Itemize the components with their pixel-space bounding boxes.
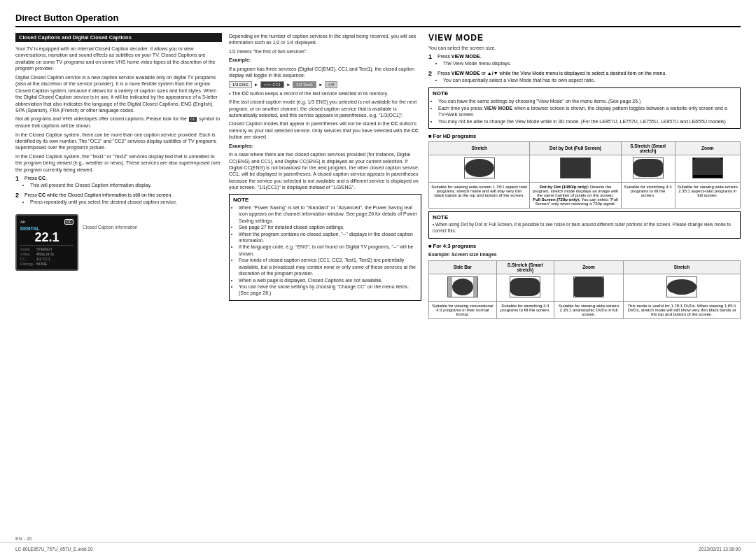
footer-date: 2013/02/21 13:36:00 <box>699 547 741 552</box>
vm-step-1-content: Press VIEW MODE. The View Mode menu disp… <box>438 53 511 68</box>
four3-section-title: ■ For 4:3 programs <box>428 243 741 249</box>
step-2-content: Press CC while the Closed Caption inform… <box>24 192 177 206</box>
mid-note-item-5: Four kinds of closed caption service (CC… <box>239 257 417 276</box>
seq-seg-3: 3/3 Text1 <box>293 81 316 88</box>
vm-note2-title: NOTE <box>433 214 736 220</box>
four3-example-title: Example: Screen size images <box>428 251 741 258</box>
mid-note-item-6: When a web page is displayed, Closed Cap… <box>239 277 417 283</box>
four3-stretch-desc: This mode is useful for 1.78:1 DVDs. Whe… <box>623 301 740 318</box>
hd-section-title: ■ For HD programs <box>428 133 741 139</box>
examples-title: Examples: <box>229 143 421 149</box>
hd-programs-table: Stretch Dot by Dot (Full Screen) S.Stret… <box>428 141 741 209</box>
hd-col-zoom: Zoom <box>675 141 740 155</box>
four3-sidebar-desc: Suitable for viewing conventional 4:3 pr… <box>429 301 497 318</box>
hd-descriptions-row: Suitable for viewing wide-screen 1.78:1 … <box>429 182 741 208</box>
cc-section-title: Closed Captions and Digital Closed Capti… <box>15 33 222 42</box>
vm-note-box: NOTE You can have the same settings by c… <box>428 87 741 129</box>
tv-ratings-val: NONE <box>36 262 54 266</box>
four3-stretch-preview <box>666 276 697 297</box>
cc-para-2: Digital Closed Caption service is a new … <box>15 74 222 114</box>
example-label: Example: <box>229 57 421 63</box>
main-content: Closed Captions and Digital Closed Capti… <box>15 33 741 528</box>
mid-note-item-4: If the language code, e.g. "ENG", is not… <box>239 244 417 257</box>
hd-zoom-preview <box>692 157 723 178</box>
four3-programs-table: Side Bar S.Stretch (Smart stretch) Zoom … <box>428 260 741 319</box>
mid-note-item-1: When "Power Saving" is set to "Standard"… <box>239 204 417 224</box>
four3-col-zoom: Zoom <box>554 260 623 274</box>
step-2-bullet: Press repeatedly until you select the de… <box>30 199 177 205</box>
vm-step-2-content: Press VIEW MODE or ▲/▼ while the View Mo… <box>438 70 666 85</box>
four3-zoom-preview <box>573 276 604 297</box>
mid-note-item-2: See page 27 for detailed closed caption … <box>239 224 417 230</box>
tv-audio-label: Audio <box>20 247 34 251</box>
tv-cc-icon: CC <box>64 219 74 225</box>
hd-sstretch-desc: Suitable for stretching 4:3 programs to … <box>621 182 675 208</box>
cc-para-4: In the Closed Caption system, there can … <box>15 132 222 151</box>
tv-cc-val: 1/2 CC1 <box>36 257 54 261</box>
seq-arrow-1: ► <box>254 83 258 87</box>
four3-zoom-desc: Suitable for viewing wide-screen 2.35:1 … <box>554 301 623 318</box>
four3-col-sstretch: S.Stretch (Smart stretch) <box>496 260 554 274</box>
hd-zoom-desc: Suitable for viewing wide-screen 2.35:1 … <box>675 182 740 208</box>
vm-note-title: NOTE <box>433 90 736 97</box>
mid-para-1: Depending on the number of caption servi… <box>229 33 421 46</box>
four3-sidebar-preview <box>447 276 478 297</box>
mid-note-item-3: When the program contains no closed capt… <box>239 231 417 244</box>
seq-arrow-3: ► <box>318 83 323 87</box>
hd-dotbydot-desc: Dot by Dot (1080/p only): Detects the pr… <box>530 182 621 208</box>
hd-programs-section: ■ For HD programs Stretch Dot by Dot (Fu… <box>428 133 741 209</box>
mid-para-3: • The CC button keeps a record of the la… <box>229 90 421 97</box>
footer-file-info: LC-80LE857U_757U_657U_E.indd 20 <box>15 547 93 552</box>
view-mode-title: VIEW MODE <box>428 33 741 43</box>
tv-video-val: 480p (4:3) <box>36 252 54 256</box>
mid-para-2: 1/2 means "the first of two services". <box>229 48 421 55</box>
seq-seg-1: 1/3 ENG <box>229 81 252 88</box>
seq-seg-4: Off <box>325 81 337 88</box>
seq-seg-2: >>> CC1 <box>260 81 284 88</box>
page-title: Direct Button Operation <box>15 13 741 23</box>
example-para: If a program has three services (Digital… <box>229 66 421 79</box>
hd-screen-previews-row <box>429 155 741 182</box>
hd-smart-preview <box>633 157 664 178</box>
hd-stretch-desc: Suitable for viewing wide-screen 1.78:1 … <box>429 182 530 208</box>
vm-step-1-bullet: The View Mode menu displays. <box>443 60 511 66</box>
four3-screen-previews-row <box>429 274 741 301</box>
hd-stretch-preview <box>464 157 495 178</box>
tv-ratings-label: Ratings <box>20 262 34 266</box>
tv-cc-label: CC <box>20 257 34 261</box>
step-1-bullet: This will present the Closed Caption inf… <box>30 182 151 188</box>
mid-column: Depending on the number of caption servi… <box>229 33 421 528</box>
vm-note-list: You can have the same settings by choosi… <box>433 98 736 125</box>
left-column: Closed Captions and Digital Closed Capti… <box>15 33 222 528</box>
tv-video-label: Video <box>20 252 34 256</box>
vm-note2-box: NOTE • When using Dot by Dot or Full Scr… <box>428 211 741 239</box>
tv-display: Air CC DIGITAL 22.1 Audio Video CC Ratin… <box>15 214 78 271</box>
hd-dotbydot-preview <box>560 157 591 178</box>
four3-smart-preview <box>510 276 540 297</box>
vm-note-item-3: You may not be able to change the View M… <box>438 118 736 125</box>
view-mode-intro: You can select the screen size. <box>428 45 741 51</box>
tv-channel-number: 22.1 <box>20 231 74 244</box>
hd-col-stretch: Stretch <box>429 141 530 155</box>
page-footer: LC-80LE857U_757U_657U_E.indd 20 2013/02/… <box>0 542 756 555</box>
vm-note-item-2: Each time you press VIEW MODE when a bro… <box>438 105 736 118</box>
example-sequence: 1/3 ENG ► >>> CC1 ► 3/3 Text1 ► Off <box>229 81 421 88</box>
step-2: 2 Press CC while the Closed Caption info… <box>15 192 222 206</box>
right-column: VIEW MODE You can select the screen size… <box>428 33 741 528</box>
step-1-content: Press CC. This will present the Closed C… <box>24 175 151 190</box>
tv-info-row: Audio Video CC Ratings STEREO 480p (4:3)… <box>20 245 74 266</box>
hd-col-dotbydot: Dot by Dot (Full Screen) <box>530 141 621 155</box>
cc-para-5: In the Closed Caption system, the "Text1… <box>15 153 222 173</box>
mid-note-item-7: You can have the same settings by choosi… <box>239 283 417 297</box>
vm-note2-text: • When using Dot by Dot or Full Screen, … <box>433 222 736 234</box>
page-container: Direct Button Operation Closed Captions … <box>0 0 756 555</box>
cc-para-3: Not all programs and VHS videotapes offe… <box>15 115 222 129</box>
mid-para-4: If the last closed caption mode (e.g. 1/… <box>229 99 421 118</box>
en-page-marker: EN - 20 <box>15 536 32 541</box>
hd-col-sstretch: S.Stretch (Smart stretch) <box>621 141 675 155</box>
cc-para-1: Your TV is equipped with an internal Clo… <box>15 45 222 72</box>
four3-sstretch-desc: Suitable for stretching 4:3 programs to … <box>496 301 554 318</box>
four3-col-sidebar: Side Bar <box>429 260 497 274</box>
mid-note-list: When "Power Saving" is set to "Standard"… <box>233 204 417 297</box>
seq-arrow-2: ► <box>286 83 290 87</box>
